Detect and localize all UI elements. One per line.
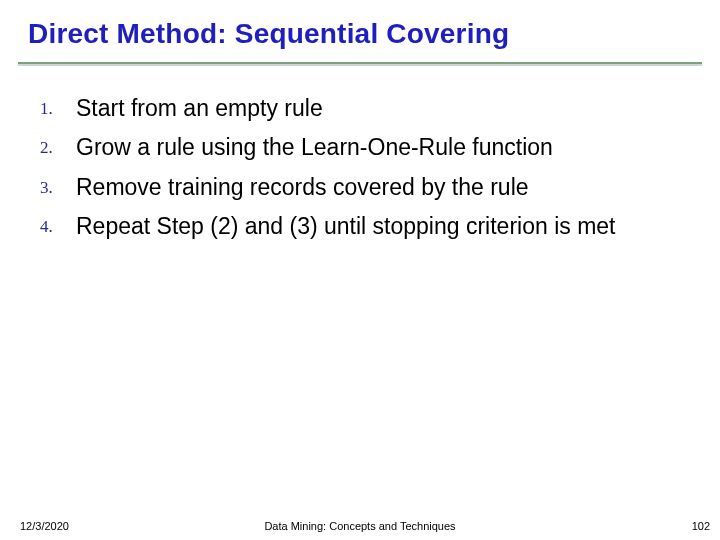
footer-page-number: 102 [692,520,710,532]
list-text: Repeat Step (2) and (3) until stopping c… [76,212,616,241]
list-item: 3. Remove training records covered by th… [40,173,680,202]
title-underline [18,62,702,68]
footer-title: Data Mining: Concepts and Techniques [0,520,720,532]
list-item: 1. Start from an empty rule [40,94,680,123]
list-number: 2. [40,133,76,158]
slide-title: Direct Method: Sequential Covering [0,0,720,58]
list-text: Remove training records covered by the r… [76,173,529,202]
slide: Direct Method: Sequential Covering 1. St… [0,0,720,540]
list-item: 2. Grow a rule using the Learn-One-Rule … [40,133,680,162]
list-number: 1. [40,94,76,119]
slide-content: 1. Start from an empty rule 2. Grow a ru… [0,68,720,242]
list-number: 3. [40,173,76,198]
list-text: Grow a rule using the Learn-One-Rule fun… [76,133,553,162]
list-item: 4. Repeat Step (2) and (3) until stoppin… [40,212,680,241]
ordered-list: 1. Start from an empty rule 2. Grow a ru… [40,94,680,242]
list-number: 4. [40,212,76,237]
list-text: Start from an empty rule [76,94,323,123]
